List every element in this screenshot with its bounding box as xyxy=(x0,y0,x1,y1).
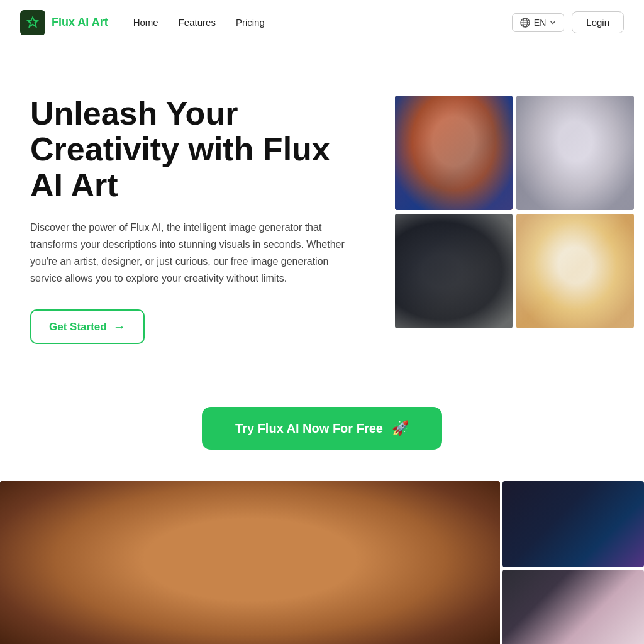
rocket-icon: 🚀 xyxy=(392,420,409,436)
hero-image-3 xyxy=(395,214,513,328)
nav-features[interactable]: Features xyxy=(179,17,216,28)
nav-pricing[interactable]: Pricing xyxy=(236,17,265,28)
logo-svg xyxy=(25,14,41,31)
hero-title: Unleash Your Creativity with Flux AI Art xyxy=(30,96,370,204)
nav-right: EN Login xyxy=(512,11,624,33)
hero-image-4 xyxy=(516,214,634,328)
hero-right xyxy=(395,96,634,328)
get-started-button[interactable]: Get Started → xyxy=(30,309,145,344)
hero-left: Unleash Your Creativity with Flux AI Art… xyxy=(30,96,370,344)
gallery-sub-image-1 xyxy=(502,481,644,567)
bottom-gallery xyxy=(0,481,644,644)
hero-image-1 xyxy=(395,96,513,210)
gallery-sub-images xyxy=(502,481,644,644)
globe-icon xyxy=(520,18,530,28)
navbar: Flux AI Art Home Features Pricing EN Log… xyxy=(0,0,644,45)
arrow-icon: → xyxy=(113,319,126,334)
hero-section: Unleash Your Creativity with Flux AI Art… xyxy=(0,45,644,382)
login-button[interactable]: Login xyxy=(572,11,624,33)
get-started-label: Get Started xyxy=(49,321,107,333)
nav-left: Flux AI Art Home Features Pricing xyxy=(20,10,265,35)
hero-image-grid xyxy=(395,96,634,328)
gallery-main-image xyxy=(0,481,500,644)
language-selector[interactable]: EN xyxy=(512,13,564,32)
chevron-down-icon xyxy=(550,19,556,26)
logo-icon xyxy=(20,10,45,35)
cta-section: Try Flux AI Now For Free 🚀 xyxy=(0,382,644,481)
logo-text: Flux AI Art xyxy=(52,16,108,29)
cta-button[interactable]: Try Flux AI Now For Free 🚀 xyxy=(202,407,442,450)
logo[interactable]: Flux AI Art xyxy=(20,10,108,35)
hero-description: Discover the power of Flux AI, the intel… xyxy=(30,219,357,287)
language-label: EN xyxy=(534,18,546,28)
hero-image-2 xyxy=(516,96,634,210)
cta-label: Try Flux AI Now For Free xyxy=(235,421,383,436)
gallery-sub-image-2 xyxy=(502,570,644,644)
nav-links: Home Features Pricing xyxy=(133,17,265,28)
nav-home[interactable]: Home xyxy=(133,17,158,28)
